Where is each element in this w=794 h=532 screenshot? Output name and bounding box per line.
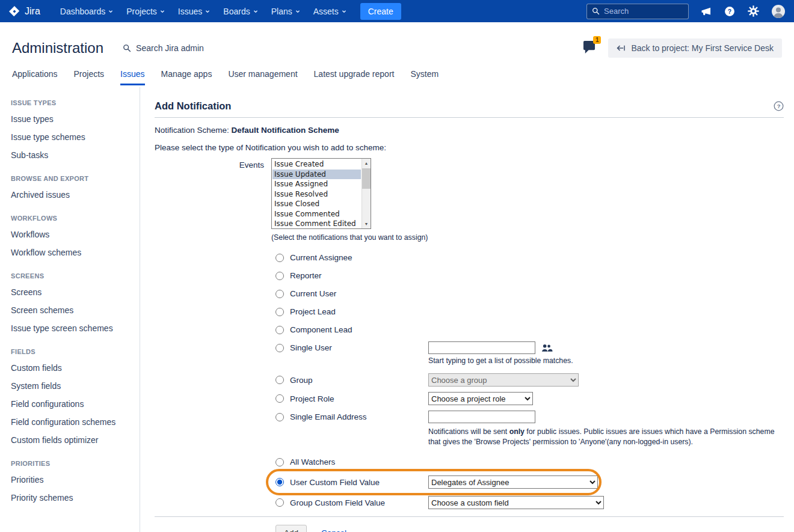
tab-applications[interactable]: Applications — [12, 69, 58, 84]
intro-text: Please select the type of Notification y… — [155, 143, 784, 152]
sidebar-item-workflows[interactable]: Workflows — [11, 225, 140, 243]
jira-logo[interactable]: Jira — [8, 5, 40, 17]
project-role-select[interactable]: Choose a project role — [428, 392, 533, 405]
admin-header: Administration 1 Back to project: My Fir… — [0, 22, 794, 69]
radio-reporter[interactable] — [275, 272, 284, 280]
radio-single-email[interactable] — [275, 413, 284, 421]
topnav-search-input[interactable] — [604, 7, 680, 16]
topnav-item-assets[interactable]: Assets — [307, 0, 353, 22]
page-title: Administration — [12, 40, 103, 57]
chevron-down-icon — [253, 9, 258, 14]
user-avatar[interactable] — [771, 4, 786, 19]
single-email-input[interactable] — [428, 411, 535, 423]
tab-manage-apps[interactable]: Manage apps — [161, 69, 212, 84]
event-option-issue-created[interactable]: Issue Created — [272, 159, 361, 170]
sidebar-item-field-configuration-schemes[interactable]: Field configuration schemes — [11, 413, 140, 431]
scrollbar-thumb[interactable] — [362, 168, 371, 189]
topnav-item-issues[interactable]: Issues — [171, 0, 217, 22]
search-icon — [123, 44, 131, 52]
tab-issues[interactable]: Issues — [120, 69, 144, 85]
admin-search-input[interactable] — [136, 43, 256, 53]
sidebar-item-system-fields[interactable]: System fields — [11, 377, 140, 395]
event-option-issue-comment-edited[interactable]: Issue Comment Edited — [272, 219, 361, 228]
settings-gear-icon[interactable] — [747, 5, 760, 17]
sidebar-item-custom-fields-optimizer[interactable]: Custom fields optimizer — [11, 431, 140, 449]
radio-current-assignee[interactable] — [275, 254, 284, 262]
single-user-input[interactable] — [428, 341, 535, 354]
radio-single-user[interactable] — [275, 344, 284, 352]
event-option-issue-commented[interactable]: Issue Commented — [272, 209, 361, 219]
top-navigation: Jira DashboardsProjectsIssuesBoardsPlans… — [0, 0, 794, 22]
scheme-label: Notification Scheme: — [155, 126, 229, 135]
sidebar-item-field-configurations[interactable]: Field configurations — [11, 395, 140, 413]
sidebar-item-screens[interactable]: Screens — [11, 283, 140, 301]
back-to-project-button[interactable]: Back to project: My First Service Desk — [608, 38, 782, 58]
radio-project-role[interactable] — [275, 394, 284, 403]
sidebar-item-issue-types[interactable]: Issue types — [11, 110, 140, 128]
sidebar-item-archived-issues[interactable]: Archived issues — [11, 186, 140, 204]
notification-type-options: Current Assignee Reporter Current User — [271, 251, 784, 509]
add-button[interactable]: Add — [275, 525, 307, 532]
notifications-bubble-icon[interactable]: 1 — [582, 41, 596, 56]
sidebar-item-screen-schemes[interactable]: Screen schemes — [11, 301, 140, 319]
scroll-up-icon[interactable]: ▲ — [362, 159, 371, 168]
tab-user-management[interactable]: User management — [228, 69, 297, 84]
sidebar-item-sub-tasks[interactable]: Sub-tasks — [11, 146, 140, 164]
feedback-megaphone-icon[interactable] — [700, 5, 712, 17]
radio-group-custom-field[interactable] — [275, 498, 284, 507]
event-option-issue-assigned[interactable]: Issue Assigned — [272, 179, 361, 189]
option-reporter: Reporter — [275, 269, 784, 282]
option-component-lead: Component Lead — [275, 323, 784, 336]
notification-badge: 1 — [593, 36, 602, 44]
cancel-link[interactable]: Cancel — [321, 528, 346, 532]
event-option-issue-closed[interactable]: Issue Closed — [272, 199, 361, 209]
sidebar-item-priority-schemes[interactable]: Priority schemes — [11, 489, 140, 507]
topnav-item-plans[interactable]: Plans — [265, 0, 307, 22]
help-icon[interactable]: ? — [724, 5, 736, 17]
chevron-down-icon — [160, 9, 165, 14]
radio-all-watchers[interactable] — [275, 458, 284, 466]
sidebar-item-issue-type-screen-schemes[interactable]: Issue type screen schemes — [11, 319, 140, 337]
radio-current-user[interactable] — [275, 290, 284, 298]
topnav-item-projects[interactable]: Projects — [120, 0, 171, 22]
tab-projects[interactable]: Projects — [74, 69, 105, 84]
scheme-name: Default Notification Scheme — [232, 126, 339, 135]
sidebar-item-custom-fields[interactable]: Custom fields — [11, 359, 140, 377]
main-content: Add Notification ? Notification Scheme: … — [140, 87, 794, 532]
user-picker-icon[interactable] — [541, 343, 553, 353]
event-option-issue-updated[interactable]: Issue Updated — [272, 170, 361, 180]
email-note: Notifications will be sent only for publ… — [428, 427, 784, 447]
back-button-label: Back to project: My First Service Desk — [631, 43, 774, 53]
events-hint: (Select the notifications that you want … — [271, 233, 784, 242]
event-option-issue-resolved[interactable]: Issue Resolved — [272, 189, 361, 200]
sidebar-section-title-priorities: PRIORITIES — [11, 460, 140, 467]
tab-latest-upgrade-report[interactable]: Latest upgrade report — [314, 69, 395, 84]
radio-project-lead[interactable] — [275, 308, 284, 316]
events-scrollbar[interactable]: ▲ ▼ — [362, 159, 371, 228]
search-icon — [592, 7, 600, 15]
admin-search[interactable] — [123, 43, 256, 53]
sidebar-item-priorities[interactable]: Priorities — [11, 471, 140, 489]
create-button[interactable]: Create — [360, 3, 401, 20]
option-single-user: Single User Start typing to get a list o… — [275, 341, 784, 365]
radio-user-custom-field[interactable] — [275, 478, 284, 486]
option-group-custom-field: Group Custom Field Value Choose a custom… — [275, 496, 784, 509]
group-custom-field-select[interactable]: Choose a custom field — [428, 496, 604, 509]
sidebar-item-workflow-schemes[interactable]: Workflow schemes — [11, 243, 140, 261]
topnav-search[interactable] — [586, 4, 689, 19]
radio-component-lead[interactable] — [275, 326, 284, 334]
topnav-item-dashboards[interactable]: Dashboards — [54, 0, 120, 22]
events-options: Issue CreatedIssue UpdatedIssue Assigned… — [272, 159, 361, 228]
sidebar-item-issue-type-schemes[interactable]: Issue type schemes — [11, 128, 140, 146]
scroll-down-icon[interactable]: ▼ — [362, 219, 371, 228]
page-help-icon[interactable]: ? — [774, 101, 784, 111]
option-project-role: Project Role Choose a project role — [275, 392, 784, 405]
sidebar-section-title-screens: SCREENS — [11, 272, 140, 280]
tab-system[interactable]: System — [410, 69, 439, 84]
option-group: Group Choose a group — [275, 373, 784, 387]
group-select[interactable]: Choose a group — [428, 373, 579, 387]
user-custom-field-select[interactable]: Delegates of Assignee — [428, 475, 598, 489]
topnav-item-boards[interactable]: Boards — [217, 0, 264, 22]
events-listbox[interactable]: Issue CreatedIssue UpdatedIssue Assigned… — [271, 158, 371, 229]
radio-group[interactable] — [275, 376, 284, 384]
